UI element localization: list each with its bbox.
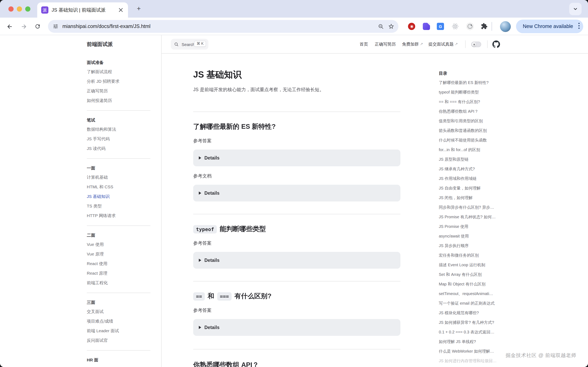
toc-item[interactable]: 同步和异步有什么区别? 异步…	[439, 203, 522, 212]
toc-item[interactable]: 写一个验证 email 的正则表达式	[439, 299, 522, 308]
toc-item[interactable]: JS 原型和原型链	[439, 155, 522, 164]
reload-icon[interactable]	[33, 22, 42, 31]
sidebar-item[interactable]: 前端 Leader 面试	[87, 326, 161, 335]
sidebar-item[interactable]: HTTP 网络请求	[87, 211, 161, 220]
toc-item[interactable]: JS 闭包，如何理解	[439, 193, 522, 203]
new-tab-button[interactable]: +	[134, 4, 143, 13]
toc-item[interactable]: JS 如何捕获异常? 有几种方式?	[439, 318, 522, 327]
sidebar-item[interactable]: JS 手写代码	[87, 134, 161, 143]
sidebar-item[interactable]: JS 读代码	[87, 144, 161, 153]
details-summary[interactable]: Details	[205, 191, 219, 195]
tab-strip: 派 JS 基础知识 | 前端面试派 +	[0, 0, 588, 17]
toc-title: 目录	[439, 69, 522, 77]
browser-tab[interactable]: 派 JS 基础知识 | 前端面试派	[37, 2, 128, 17]
toc-item[interactable]: == 和 === 有什么区别?	[439, 97, 522, 107]
details-summary[interactable]: Details	[205, 258, 219, 263]
zoom-out-icon[interactable]	[378, 23, 384, 29]
toc-item[interactable]: JS 异步执行顺序	[439, 241, 522, 251]
sidebar-group-title: 笔试	[87, 116, 161, 124]
sidebar-item[interactable]: 项目难点/成绩	[87, 317, 161, 325]
toc-item[interactable]: JS 作用域和作用域链	[439, 174, 522, 184]
toc-item[interactable]: typeof 能判断哪些类型	[439, 88, 522, 97]
section-heading-typeof: typeof 能判断哪些类型	[193, 224, 401, 234]
sidebar-item[interactable]: 前端工程化	[87, 278, 161, 287]
extension-orbit-icon[interactable]	[466, 23, 474, 30]
toc-item[interactable]: 宏任务和微任务的区别	[439, 251, 522, 260]
extension-notebook-icon[interactable]	[423, 23, 430, 30]
extensions-puzzle-icon[interactable]	[481, 23, 488, 30]
toc-item[interactable]: 0.1 + 0.2 === 0.3 表达式返回…	[439, 327, 522, 337]
toc-item[interactable]: 描述 Event Loop 运行机制	[439, 260, 522, 270]
external-link-icon: ↗	[420, 42, 423, 46]
window-zoom-button[interactable]	[25, 6, 30, 12]
sidebar-item[interactable]: 计算机基础	[87, 173, 161, 182]
toc-item[interactable]: async/await 使用	[439, 232, 522, 241]
window-minimize-button[interactable]	[17, 6, 22, 12]
toc-item[interactable]: JS 模块化规范有哪些?	[439, 308, 522, 318]
toc-item[interactable]: for...in 和 for...of 的区别	[439, 145, 522, 155]
sidebar-right-divider	[161, 35, 162, 367]
toc-item[interactable]: JS 自由变量，如何理解	[439, 184, 522, 193]
bookmark-star-icon[interactable]	[388, 23, 394, 30]
details-summary[interactable]: Details	[205, 325, 219, 330]
forward-icon[interactable]	[19, 22, 28, 31]
sidebar-item[interactable]: HTML 和 CSS	[87, 182, 161, 191]
sidebar-item[interactable]: 分析 JD 招聘要求	[87, 77, 161, 85]
toc-item[interactable]: 你熟悉哪些数组 API？	[439, 107, 522, 116]
sidebar-item[interactable]: 正确写简历	[87, 86, 161, 95]
sidebar-item[interactable]: Vue 原理	[87, 250, 161, 258]
sidebar-divider	[87, 225, 150, 226]
toc-item[interactable]: 什么时候不能使用箭头函数	[439, 135, 522, 145]
juejin-watermark: 掘金技术社区 @ 前端双越老师	[506, 352, 576, 359]
toc-item[interactable]: 了解哪些最新的 ES 新特性?	[439, 78, 522, 88]
toc-item[interactable]: Set 和 Array 有什么区别	[439, 270, 522, 279]
sidebar-item[interactable]: 交叉面试	[87, 307, 161, 316]
sidebar: 面试准备 了解面试流程 分析 JD 招聘要求 正确写简历 如何投递简历 笔试 数…	[80, 35, 161, 364]
tab-close-icon[interactable]	[118, 7, 124, 13]
window-close-button[interactable]	[9, 6, 14, 12]
react-devtools-icon[interactable]	[452, 23, 459, 30]
details-collapsible[interactable]: Details	[193, 252, 401, 269]
url-bar[interactable]: mianshipai.com/docs/first-exam/JS.html	[48, 20, 398, 33]
sidebar-item[interactable]: React 使用	[87, 259, 161, 268]
sidebar-item[interactable]: 如何投递简历	[87, 96, 161, 105]
toc-item[interactable]: 值类型和引用类型的区别	[439, 116, 522, 126]
toc-item[interactable]: JS Promise 使用	[439, 222, 522, 232]
sidebar-item[interactable]: 反问面试官	[87, 336, 161, 345]
sidebar-item[interactable]: TS 类型	[87, 201, 161, 210]
details-collapsible[interactable]: Details	[193, 150, 401, 166]
toc-item[interactable]: 箭头函数和普通函数的区别	[439, 126, 522, 135]
toc-item[interactable]: JS Promise 有几种状态? 如何…	[439, 212, 522, 222]
toc-item[interactable]: setTimeout、requestAnimati…	[439, 289, 522, 299]
toc-item[interactable]: JS 继承有几种方式?	[439, 164, 522, 174]
tab-search-chevron-icon[interactable]	[569, 3, 582, 15]
main-content: JS 基础知识 JS 是前端开发的核心能力，面试重点考察，无论工作经验长短。 了…	[193, 35, 401, 367]
toc-item[interactable]: Map 和 Object 有什么区别	[439, 279, 522, 289]
browser-menu-kebab-icon[interactable]	[578, 23, 579, 29]
details-triangle-icon	[199, 259, 201, 262]
sidebar-item[interactable]: 了解面试流程	[87, 67, 161, 76]
new-chrome-available-button[interactable]: New Chrome available	[516, 20, 583, 33]
tab-title: JS 基础知识 | 前端面试派	[51, 7, 118, 13]
extension-red-icon[interactable]	[408, 23, 415, 30]
site-settings-icon[interactable]	[53, 24, 58, 29]
details-collapsible[interactable]: Details	[193, 319, 401, 336]
sidebar-group-title: 一面	[87, 164, 161, 172]
sidebar-group-title: HR 面	[87, 356, 161, 364]
details-collapsible[interactable]: Details	[193, 185, 401, 201]
url-text[interactable]: mianshipai.com/docs/first-exam/JS.html	[62, 24, 150, 29]
google-translate-icon[interactable]: G	[437, 23, 444, 30]
sidebar-item[interactable]: React 原理	[87, 269, 161, 277]
details-summary[interactable]: Details	[205, 156, 219, 160]
search-icon	[174, 42, 179, 47]
nav-join-group[interactable]: 免费加群↗	[402, 35, 423, 53]
toc-item[interactable]: 如何理解 JS 单线程?	[439, 337, 522, 347]
browser-toolbar: mianshipai.com/docs/first-exam/JS.html G	[0, 17, 588, 35]
table-of-contents: 目录 了解哪些最新的 ES 新特性? typeof 能判断哪些类型 == 和 =…	[439, 35, 522, 366]
sidebar-item[interactable]: Vue 使用	[87, 240, 161, 249]
back-icon[interactable]	[5, 22, 14, 31]
profile-avatar[interactable]	[500, 21, 511, 32]
answer-label: 参考答案	[193, 239, 401, 247]
sidebar-item-active[interactable]: JS 基础知识	[87, 192, 161, 201]
sidebar-item[interactable]: 数据结构和算法	[87, 125, 161, 133]
